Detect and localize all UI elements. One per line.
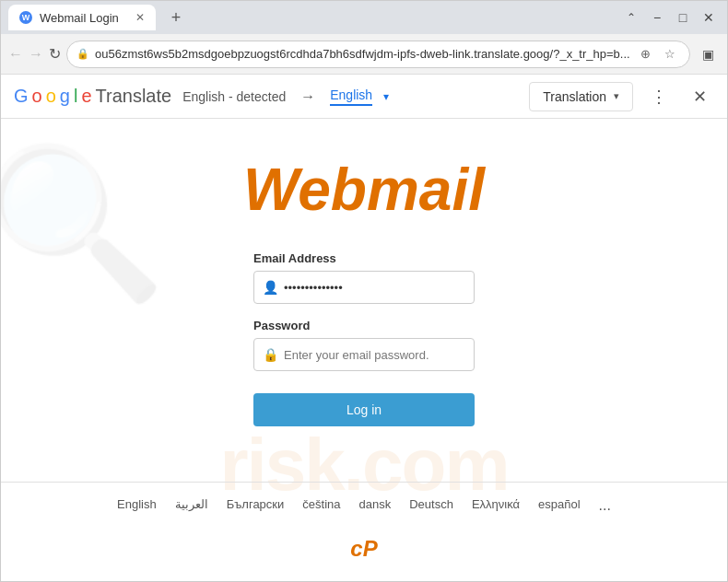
translate-word: Translate (96, 86, 172, 107)
reload-icon: ↻ (49, 45, 61, 63)
tab-close-button[interactable]: ✕ (135, 11, 145, 24)
browser-actions: ▣ 👤 ⋮ (696, 41, 728, 67)
cpanel-footer: cP (343, 529, 384, 569)
back-button[interactable]: ← (8, 41, 23, 67)
lang-german[interactable]: Deutsch (409, 497, 453, 514)
address-bar[interactable]: 🔒 ou56zmst6ws5b2msdgoebpzuogst6rcdhda7bh… (66, 41, 690, 68)
google-translate-logo: Google Translate (14, 86, 171, 107)
lock-icon: 🔒 (76, 48, 89, 60)
bookmark-icon[interactable]: ☆ (660, 44, 680, 64)
new-tab-icon: + (171, 8, 182, 28)
target-language-button[interactable]: English (330, 87, 372, 106)
lang-spanish[interactable]: español (538, 497, 581, 514)
logo-o2: o (46, 86, 56, 107)
extensions-button[interactable]: ▣ (696, 41, 722, 67)
email-input[interactable] (253, 271, 475, 304)
arrow-icon: → (300, 88, 315, 105)
browser-frame: W Webmail Login ✕ + ⌃ − □ ✕ ← → ↻ 🔒 ou56… (0, 0, 728, 582)
address-actions: ⊕ ☆ (636, 44, 680, 64)
webmail-logo: Webmail (243, 156, 485, 224)
logo-o1: o (32, 86, 42, 107)
email-label: Email Address (253, 251, 475, 265)
translate-toolbar: Google Translate English - detected → En… (1, 75, 727, 119)
password-form-group: Password 🔒 (253, 319, 475, 371)
translate-menu-button[interactable]: ⋮ (644, 82, 674, 111)
profile-button[interactable]: 👤 (723, 41, 728, 67)
reload-button[interactable]: ↻ (49, 41, 61, 67)
lang-bulgarian[interactable]: Български (227, 497, 285, 514)
logo-g: G (14, 86, 29, 107)
browser-tab[interactable]: W Webmail Login ✕ (8, 5, 156, 30)
forward-button[interactable]: → (29, 41, 43, 67)
page-inner: 🔍 risk.com Webmail Email Address 👤 Pa (1, 119, 727, 581)
cast-icon[interactable]: ⊕ (636, 44, 656, 64)
lang-greek[interactable]: Ελληνικά (472, 497, 520, 514)
logo-e: e (81, 86, 91, 107)
login-button[interactable]: Log in (253, 393, 475, 426)
translate-close-button[interactable]: ✕ (685, 82, 714, 111)
logo-g2: g (60, 86, 70, 107)
password-input-wrapper: 🔒 (253, 338, 475, 371)
more-languages-button[interactable]: ... (599, 497, 611, 514)
lock-input-icon: 🔒 (263, 347, 278, 362)
translation-chevron-icon: ▾ (614, 90, 619, 102)
source-language-label: English - detected (182, 89, 286, 104)
lang-danish[interactable]: dansk (359, 497, 392, 514)
minimize-button[interactable]: − (646, 6, 668, 29)
lang-arabic[interactable]: العربية (175, 497, 208, 514)
translate-menu-icon: ⋮ (651, 87, 667, 107)
logo-l: l (74, 86, 77, 107)
email-input-wrapper: 👤 (253, 271, 475, 304)
maximize-button[interactable]: □ (672, 6, 694, 29)
close-button[interactable]: ✕ (698, 6, 720, 29)
window-controls: ⌃ − □ ✕ (620, 6, 720, 29)
lang-czech[interactable]: čeština (302, 497, 340, 514)
nav-bar: ← → ↻ 🔒 ou56zmst6ws5b2msdgoebpzuogst6rcd… (1, 34, 727, 75)
lang-english[interactable]: English (117, 497, 157, 514)
person-icon: 👤 (263, 280, 278, 295)
back-icon: ← (8, 46, 23, 63)
login-container: Webmail Email Address 👤 Password 🔒 (106, 156, 622, 426)
password-input[interactable] (253, 338, 475, 371)
email-form-group: Email Address 👤 (253, 251, 475, 304)
translate-close-icon: ✕ (693, 87, 707, 107)
password-label: Password (253, 319, 475, 332)
new-tab-button[interactable]: + (163, 5, 189, 30)
chevron-up-icon[interactable]: ⌃ (620, 6, 642, 29)
forward-icon: → (29, 46, 43, 63)
tab-title: Webmail Login (40, 11, 119, 25)
page-content: 🔍 risk.com Webmail Email Address 👤 Pa (1, 119, 727, 581)
translation-dropdown-button[interactable]: Translation ▾ (529, 82, 633, 111)
language-footer: English العربية Български čeština dansk … (1, 482, 727, 529)
title-bar: W Webmail Login ✕ + ⌃ − □ ✕ (1, 1, 727, 34)
language-chevron-icon[interactable]: ▾ (383, 90, 389, 103)
tab-favicon: W (19, 11, 32, 24)
cpanel-logo: cP (350, 536, 377, 562)
url-text: ou56zmst6ws5b2msdgoebpzuogst6rcdhda7bh6s… (95, 47, 630, 61)
translation-label: Translation (543, 89, 606, 104)
